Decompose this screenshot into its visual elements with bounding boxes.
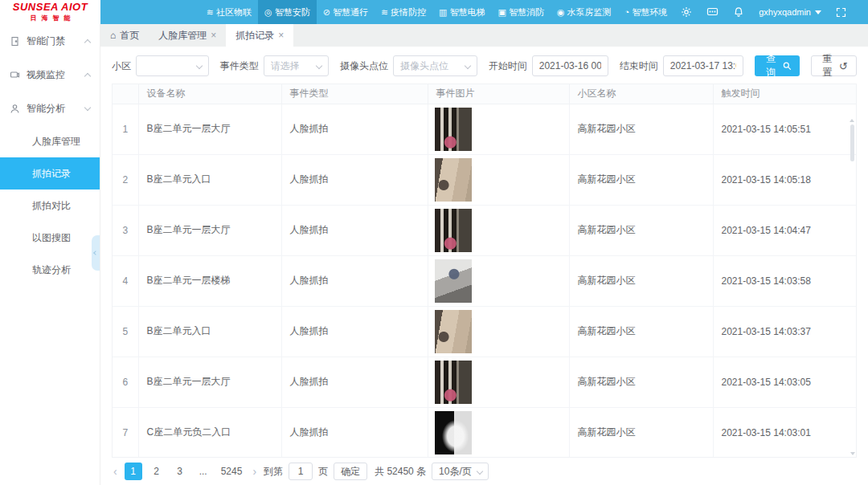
close-icon[interactable]: ×	[211, 31, 216, 40]
reset-button[interactable]: 重置 ↺	[811, 55, 857, 76]
end-time-input[interactable]	[663, 55, 743, 76]
event-snapshot-image[interactable]	[435, 108, 472, 151]
sidebar-group-door-access[interactable]: 智能门禁	[0, 24, 100, 58]
trigger-time-cell: 2021-03-15 14:05:51	[713, 104, 856, 154]
sidebar-item[interactable]: 以图搜图	[0, 222, 100, 254]
nav-item[interactable]: ▥ 智慧电梯	[432, 0, 491, 24]
event-snapshot-image[interactable]	[435, 209, 472, 252]
page-size-select[interactable]: 10条/页	[432, 463, 489, 480]
event-type-cell: 人脸抓拍	[281, 154, 428, 205]
page-number-button[interactable]: 3	[171, 463, 189, 480]
settings-gear-icon[interactable]	[674, 0, 699, 24]
message-icon[interactable]	[699, 0, 726, 24]
event-snapshot-image[interactable]	[435, 310, 472, 353]
sidebar-group-label: 视频监控	[27, 68, 65, 82]
tab[interactable]: ⌂ 首页	[100, 24, 149, 47]
event-type-cell: 人脸抓拍	[281, 407, 428, 458]
nav-item[interactable]: ◎ 智慧安防	[258, 0, 317, 24]
device-name-cell: B座二单元入口	[138, 154, 281, 205]
sidebar-item[interactable]: 抓拍对比	[0, 190, 100, 222]
table-scrollbar[interactable]	[850, 105, 855, 455]
event-type-select[interactable]: 请选择	[264, 55, 329, 76]
table-row[interactable]: 3 B座二单元一层大厅 人脸抓拍 高新花园小区 2021-03-15 14:04…	[113, 205, 856, 255]
table-row[interactable]: 1 B座二单元一层大厅 人脸抓拍 高新花园小区 2021-03-15 14:05…	[113, 104, 856, 154]
page-number-button[interactable]: 2	[148, 463, 166, 480]
page-number-button[interactable]: 1	[125, 463, 142, 480]
event-image-cell	[428, 154, 569, 205]
prev-page-icon[interactable]: ‹	[112, 465, 119, 478]
notification-bell-icon[interactable]	[726, 0, 751, 24]
start-time-input[interactable]	[532, 55, 608, 76]
event-snapshot-image[interactable]	[435, 259, 472, 303]
sidebar-item[interactable]: 人脸库管理	[0, 125, 100, 157]
nav-item[interactable]: ◔ 智慧环境	[618, 0, 674, 24]
user-menu[interactable]: gxhyxqadmin	[751, 7, 829, 17]
event-image-cell	[428, 205, 569, 255]
sidebar-item[interactable]: 轨迹分析	[0, 254, 100, 286]
community-name-cell: 高新花园小区	[569, 154, 713, 205]
scrollbar-thumb[interactable]	[850, 124, 854, 161]
sidebar-item-label: 抓拍对比	[32, 199, 71, 213]
sidebar-item-label: 抓拍记录	[32, 167, 71, 181]
table-row[interactable]: 6 B座二单元一层大厅 人脸抓拍 高新花园小区 2021-03-15 14:03…	[113, 357, 856, 407]
nav-item[interactable]: ▣ 智慧消防	[492, 0, 551, 24]
page-number-button[interactable]: ...	[194, 463, 212, 480]
nav-item[interactable]: ◉ 水泵房监测	[551, 0, 618, 24]
total-count-label: 共 52450 条	[375, 465, 426, 479]
close-icon[interactable]: ×	[278, 31, 284, 40]
sidebar-group-video-monitor[interactable]: 视频监控	[0, 58, 100, 92]
scroll-down-icon[interactable]	[850, 452, 855, 455]
top-navbar: SUNSEA AIOT 日海智能 ≋ 社区物联 ◎ 智慧安防 ⊘ 智慧通行 ≋ …	[0, 0, 868, 24]
event-image-cell	[428, 306, 569, 357]
door-access-icon	[10, 36, 20, 47]
column-header-event-image: 事件图片	[428, 84, 569, 104]
camera-filter-label: 摄像头点位	[340, 59, 388, 73]
scroll-up-icon[interactable]	[850, 105, 854, 122]
table-row[interactable]: 5 B座二单元入口 人脸抓拍 高新花园小区 2021-03-15 14:03:3…	[113, 306, 856, 357]
community-name-cell: 高新花园小区	[569, 205, 713, 255]
jump-confirm-button[interactable]: 确定	[334, 463, 367, 480]
trigger-time-cell: 2021-03-15 14:04:47	[713, 205, 856, 255]
event-type-cell: 人脸抓拍	[281, 255, 428, 306]
sidebar: 智能门禁 视频监控 智能分析 人脸库管理 抓拍记录	[0, 24, 100, 485]
device-name-cell: B座二单元一层大厅	[138, 357, 281, 407]
table-row[interactable]: 4 B座二单元一层楼梯 人脸抓拍 高新花园小区 2021-03-15 14:03…	[113, 255, 856, 306]
main-layout: 智能门禁 视频监控 智能分析 人脸库管理 抓拍记录	[0, 24, 868, 485]
environment-icon: ◔	[624, 8, 630, 17]
username: gxhyxqadmin	[759, 7, 811, 17]
nav-item[interactable]: ≋ 疫情防控	[375, 0, 432, 24]
table-row[interactable]: 2 B座二单元入口 人脸抓拍 高新花园小区 2021-03-15 14:05:1…	[113, 154, 856, 205]
announcement-horn-icon[interactable]	[854, 0, 868, 24]
nav-item[interactable]: ⊘ 智慧通行	[317, 0, 375, 24]
event-snapshot-image[interactable]	[435, 361, 472, 404]
column-header-device: 设备名称	[138, 84, 281, 104]
camera-select[interactable]: 摄像头点位	[393, 55, 477, 76]
next-page-icon[interactable]: ›	[251, 465, 258, 478]
community-select[interactable]	[136, 55, 209, 76]
row-index: 2	[113, 154, 138, 205]
jump-page-input[interactable]	[289, 463, 313, 480]
row-index: 3	[113, 205, 138, 255]
page-number-button[interactable]: 5245	[218, 463, 246, 480]
event-snapshot-image[interactable]	[435, 411, 472, 454]
camera-placeholder: 摄像头点位	[400, 59, 448, 73]
nav-item-label: 社区物联	[216, 6, 252, 18]
event-snapshot-image[interactable]	[435, 158, 472, 202]
security-icon: ◎	[264, 8, 272, 17]
sidebar-collapse-handle[interactable]	[92, 235, 100, 271]
community-name-cell: 高新花园小区	[569, 306, 713, 357]
reset-icon: ↺	[839, 61, 848, 71]
nav-item[interactable]: ≋ 社区物联	[200, 0, 258, 24]
table-row[interactable]: 7 C座二单元负二入口 人脸抓拍 高新花园小区 2021-03-15 14:03…	[113, 407, 856, 458]
column-header-event-type: 事件类型	[281, 84, 428, 104]
chevron-down-icon	[477, 468, 483, 475]
brand-name: SUNSEA AIOT	[13, 2, 88, 12]
device-name-cell: B座二单元一层楼梯	[138, 255, 281, 306]
search-button[interactable]: 查询	[755, 55, 800, 76]
tab[interactable]: 人脸库管理 ×	[149, 24, 226, 47]
tab[interactable]: 抓拍记录 ×	[226, 24, 293, 47]
sidebar-group-analysis[interactable]: 智能分析	[0, 92, 100, 125]
fullscreen-icon[interactable]	[829, 0, 854, 24]
device-name-cell: B座二单元入口	[138, 306, 281, 357]
sidebar-item[interactable]: 抓拍记录	[0, 157, 100, 190]
